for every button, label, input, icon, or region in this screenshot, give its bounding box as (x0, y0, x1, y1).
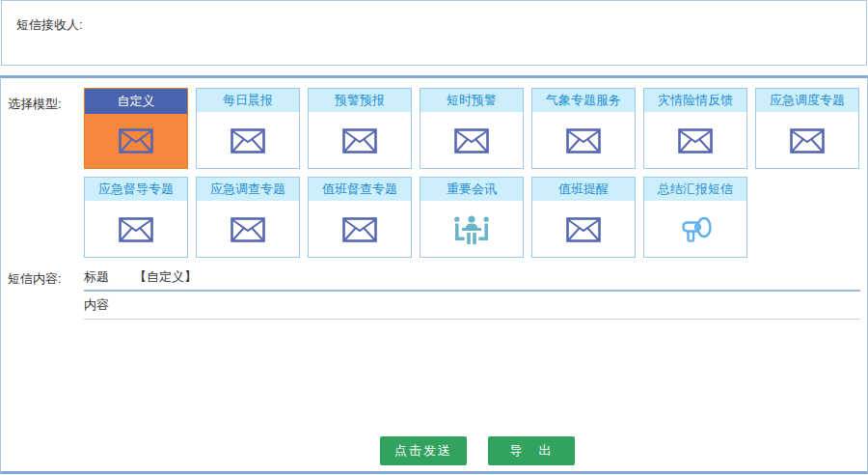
template-card-title: 值班提醒 (532, 178, 635, 203)
template-card-13[interactable]: 总结汇报短信 (643, 177, 747, 258)
content-fields: 标题 【自定义】 内容 (84, 265, 860, 320)
content-label: 内容 (84, 296, 109, 314)
title-value: 【自定义】 (134, 268, 197, 286)
template-card-4[interactable]: 短时预警 (420, 88, 524, 169)
template-card-title: 应急调查专题 (197, 178, 299, 203)
template-card-title: 每日晨报 (197, 89, 299, 114)
template-card-title: 应急督导专题 (85, 178, 187, 203)
template-card-9[interactable]: 应急调查专题 (196, 177, 300, 258)
recipients-input-area[interactable]: 短信接收人: (1, 0, 867, 66)
template-card-2[interactable]: 每日晨报 (196, 88, 300, 169)
action-bar: 点击发送 导 出 (1, 436, 867, 465)
envelope-icon (85, 203, 187, 257)
template-card-5[interactable]: 气象专题服务 (531, 88, 636, 169)
title-label: 标题 (84, 268, 109, 286)
template-card-title: 重要会讯 (420, 178, 523, 203)
meeting-icon (420, 203, 523, 257)
envelope-icon (532, 114, 635, 168)
template-card-6[interactable]: 灾情险情反馈 (643, 88, 747, 169)
main-panel: 选择模型: 自定义 每日晨报 预警预报 短时预警 气象专题服务 灾情险情反馈 应… (0, 75, 868, 474)
envelope-icon (644, 114, 746, 168)
envelope-icon (197, 203, 299, 257)
template-grid: 自定义 每日晨报 预警预报 短时预警 气象专题服务 灾情险情反馈 应急调度专题 … (84, 88, 861, 258)
template-card-10[interactable]: 值班督查专题 (308, 177, 412, 258)
envelope-icon (532, 203, 635, 257)
model-select-label: 选择模型: (1, 88, 84, 258)
envelope-icon (197, 114, 299, 168)
template-card-title: 气象专题服务 (532, 89, 635, 114)
template-card-3[interactable]: 预警预报 (308, 88, 412, 169)
template-card-11[interactable]: 重要会讯 (420, 177, 524, 258)
template-card-7[interactable]: 应急调度专题 (755, 88, 859, 169)
export-button[interactable]: 导 出 (488, 436, 575, 465)
send-button[interactable]: 点击发送 (380, 436, 467, 465)
template-card-title: 值班督查专题 (309, 178, 411, 203)
recipients-label: 短信接收人: (10, 9, 93, 34)
template-card-12[interactable]: 值班提醒 (531, 177, 636, 258)
template-card-title: 短时预警 (420, 89, 523, 114)
empty-space (1, 320, 867, 436)
envelope-icon (420, 114, 523, 168)
template-card-1[interactable]: 自定义 (84, 88, 188, 169)
template-card-8[interactable]: 应急督导专题 (84, 177, 188, 258)
template-card-title: 预警预报 (309, 89, 411, 114)
template-card-title: 灾情险情反馈 (644, 89, 746, 114)
model-section: 选择模型: 自定义 每日晨报 预警预报 短时预警 气象专题服务 灾情险情反馈 应… (1, 88, 867, 258)
sms-compose-page: 短信接收人: 选择模型: 自定义 每日晨报 预警预报 短时预警 气象专题服务 灾… (0, 0, 868, 475)
template-card-title: 总结汇报短信 (644, 178, 746, 203)
envelope-icon (309, 203, 411, 257)
envelope-icon (756, 114, 858, 168)
content-section: 短信内容: 标题 【自定义】 内容 (1, 265, 867, 320)
sms-content-label: 短信内容: (1, 265, 84, 320)
template-card-title: 自定义 (85, 89, 187, 114)
template-card-title: 应急调度专题 (756, 89, 858, 114)
content-field[interactable]: 内容 (84, 292, 860, 320)
title-field[interactable]: 标题 【自定义】 (84, 265, 860, 292)
envelope-icon (309, 114, 411, 168)
envelope-icon (85, 114, 187, 168)
megaphone-icon (644, 203, 746, 257)
